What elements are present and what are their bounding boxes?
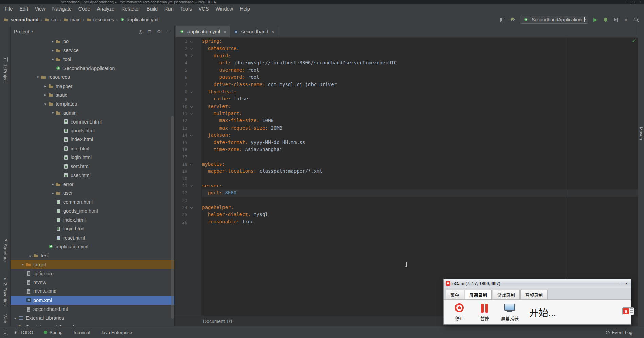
menu-item-analyze[interactable]: Analyze [93, 5, 118, 13]
collapsed-arrow-icon[interactable]: ▸ [50, 57, 56, 61]
ocam-tab-3[interactable]: 游戏录制 [493, 290, 520, 299]
fold-marker-icon[interactable] [187, 161, 196, 168]
code-line[interactable]: reasonable: true [202, 218, 638, 225]
expanded-arrow-icon[interactable]: ▾ [42, 102, 48, 106]
code-area[interactable]: spring: datasource: druid: url: jdbc:mys… [201, 38, 638, 316]
line-number[interactable]: 9 [175, 97, 187, 102]
code-line[interactable]: time-zone: Asia/Shanghai [202, 146, 638, 153]
code-line[interactable]: date-format: yyyy-MM-dd HH:mm:ss [202, 139, 638, 146]
ocam-close-icon[interactable]: × [625, 281, 628, 286]
tree-item-user[interactable]: ▸user [11, 189, 174, 198]
close-tab-icon[interactable]: × [223, 29, 226, 34]
collapsed-arrow-icon[interactable]: ▸ [50, 48, 56, 53]
tree-item-static[interactable]: ▸static [11, 91, 174, 99]
line-number[interactable]: 13 [175, 126, 187, 131]
breadcrumb-item-application-yml[interactable]: application.yml [120, 17, 158, 22]
fold-marker-icon[interactable] [187, 204, 196, 211]
stripe-tab-web[interactable]: Web [3, 314, 8, 323]
breadcrumb-item-secondhand[interactable]: secondhand [3, 17, 38, 22]
tree-item-secondhand-iml[interactable]: secondhand.iml [11, 305, 174, 314]
tree-item-goods-info-html[interactable]: goods_info.html [11, 207, 174, 215]
project-view-selector[interactable]: Project ▾ [14, 29, 33, 34]
collapsed-arrow-icon[interactable]: ▸ [42, 93, 48, 97]
fold-marker-icon[interactable] [187, 38, 196, 45]
toolwindow-switcher-icon[interactable] [3, 330, 8, 335]
code-line[interactable]: mapper-locations: classpath:mapper/*.xml [202, 168, 638, 175]
tree-item-info-html[interactable]: info.html [11, 144, 174, 153]
expanded-arrow-icon[interactable]: ▾ [35, 75, 41, 79]
project-tree-scrollbar[interactable] [171, 116, 174, 319]
tree-item-reset-html[interactable]: reset.html [11, 233, 174, 242]
code-line[interactable]: spring: [202, 38, 638, 45]
ocam-tab-2[interactable]: 屏幕录制 [465, 290, 492, 299]
tree-item-test[interactable]: ▸test [11, 251, 174, 260]
fold-marker-icon[interactable] [187, 103, 196, 110]
tree-item-common-html[interactable]: common.html [11, 198, 174, 206]
collapsed-arrow-icon[interactable]: ▸ [50, 182, 56, 186]
run-button[interactable]: ▶ [592, 17, 598, 23]
gear-icon[interactable]: ⚙ [157, 29, 161, 34]
status-item-spring[interactable]: Spring [43, 330, 63, 335]
maximize-icon[interactable]: ▢ [632, 0, 635, 4]
line-number[interactable]: 5 [175, 68, 187, 73]
ocam-title-bar[interactable]: oCam (7, 17, 1899, 997) – × [444, 279, 631, 288]
line-number[interactable]: 26 [175, 220, 187, 225]
ocam-tab-1[interactable]: 菜单 [446, 290, 464, 299]
menu-item-code[interactable]: Code [75, 5, 94, 13]
line-number[interactable]: 2 [175, 46, 187, 51]
menu-item-vcs[interactable]: VCS [195, 5, 212, 13]
tree-item-admin[interactable]: ▾admin [11, 108, 174, 117]
code-line[interactable]: username: root [202, 67, 638, 74]
line-number[interactable]: 16 [175, 147, 187, 152]
collapsed-arrow-icon[interactable]: ▸ [13, 316, 18, 320]
line-number[interactable]: 6 [175, 75, 187, 80]
tree-item-tool[interactable]: ▸tool [11, 55, 174, 64]
editor-tab-application-yml[interactable]: application.yml× [176, 26, 230, 37]
tree-item-goods-html[interactable]: goods.html [11, 126, 174, 135]
status-item-event-log[interactable]: Event Log [606, 330, 632, 335]
hide-panel-icon[interactable]: — [166, 29, 171, 34]
fold-marker-icon[interactable] [187, 45, 196, 52]
breadcrumb-item-main[interactable]: main [63, 17, 80, 22]
collapsed-arrow-icon[interactable]: ▸ [42, 84, 48, 88]
collapsed-arrow-icon[interactable]: ▸ [50, 39, 56, 44]
line-number[interactable]: 21 [175, 183, 187, 188]
tree-item-secondhandapplication[interactable]: SecondhandApplication [11, 64, 174, 73]
line-number[interactable]: 23 [175, 198, 187, 203]
line-number[interactable]: 1 [175, 39, 187, 44]
code-line[interactable]: driver-class-name: com.mysql.cj.jdbc.Dri… [202, 81, 638, 88]
ocam-tab-4[interactable]: 音频录制 [520, 290, 548, 299]
locate-file-icon[interactable]: ◎ [138, 29, 142, 34]
code-line[interactable]: password: root [202, 74, 638, 81]
stripe-tab-maven[interactable]: Maven [639, 127, 644, 140]
ocam-pause-button[interactable]: 暂停 [472, 303, 497, 321]
menu-item-build[interactable]: Build [143, 5, 161, 13]
menu-item-help[interactable]: Help [236, 5, 253, 13]
expanded-arrow-icon[interactable]: ▾ [50, 111, 56, 115]
line-number[interactable]: 24 [175, 205, 187, 210]
tree-item-external-libraries[interactable]: ▸External Libraries [11, 314, 174, 322]
tree-item-pom-xml[interactable]: pom.xml [11, 296, 174, 305]
code-line[interactable]: servlet: [202, 103, 638, 110]
code-line[interactable]: druid: [202, 52, 638, 59]
coverage-button[interactable] [613, 17, 619, 23]
collapse-all-icon[interactable]: ⊟ [148, 29, 152, 34]
menu-item-refactor[interactable]: Refactor [118, 5, 143, 13]
close-icon[interactable]: × [640, 0, 641, 4]
line-number[interactable]: 25 [175, 212, 187, 217]
code-line[interactable]: helper-dialect: mysql [202, 211, 638, 218]
tree-item-index-html[interactable]: index.html [11, 215, 174, 224]
tree-item-po[interactable]: ▸po [11, 37, 174, 46]
menu-item-tools[interactable]: Tools [177, 5, 195, 13]
tree-item-index-html[interactable]: index.html [11, 135, 174, 144]
toolwindow-layout-icon[interactable] [500, 17, 506, 23]
line-number[interactable]: 8 [175, 89, 187, 94]
code-line[interactable]: cache: false [202, 95, 638, 102]
code-line[interactable]: server: [202, 182, 638, 189]
debug-button[interactable] [603, 17, 609, 23]
menu-item-window[interactable]: Window [212, 5, 236, 13]
tree-item-error[interactable]: ▸error [11, 180, 174, 189]
tree-item-login-html[interactable]: login.html [11, 153, 174, 162]
status-item-terminal[interactable]: Terminal [73, 330, 90, 335]
menu-item-view[interactable]: View [31, 5, 49, 13]
